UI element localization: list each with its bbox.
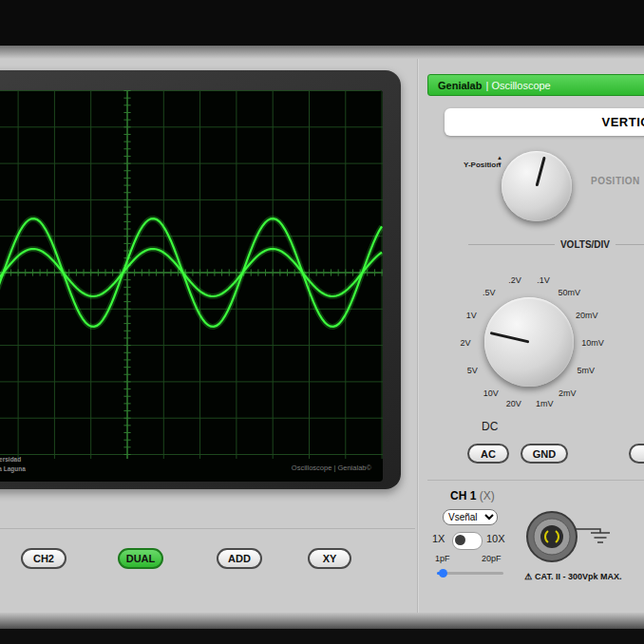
divider-line bbox=[616, 244, 644, 245]
instrument-bottom-edge bbox=[0, 613, 644, 629]
oscilloscope-app: Universidad de La Laguna Oscilloscope | … bbox=[0, 0, 644, 644]
volts-div-scale-50mV: 50mV bbox=[558, 288, 580, 297]
volts-div-label: VOLTS/DIV bbox=[560, 239, 610, 250]
volts-div-scale-20V: 20V bbox=[506, 399, 521, 408]
volts-div-scale-20mV: 20mV bbox=[576, 311, 598, 320]
warning-icon: ⚠ bbox=[524, 572, 532, 581]
mode-section-divider bbox=[0, 528, 415, 529]
bottom-chrome-bar bbox=[0, 629, 644, 644]
volts-div-scale-10V: 10V bbox=[483, 388, 499, 398]
scope-screen: Universidad de La Laguna Oscilloscope | … bbox=[0, 90, 383, 482]
instrument-top-edge bbox=[0, 46, 644, 59]
volts-div-knob[interactable] bbox=[484, 297, 574, 387]
y-position-down-icon[interactable]: ▼ bbox=[497, 161, 502, 168]
watermark-line2: de La Laguna bbox=[0, 464, 26, 474]
channel-section-divider bbox=[427, 480, 644, 481]
coupling-button-gnd[interactable]: GND bbox=[521, 444, 568, 464]
attenuation-1x-label: 1X bbox=[432, 533, 445, 544]
volts-div-scale-5mV: 5mV bbox=[577, 366, 595, 375]
watermark-brand: Oscilloscope | Genialab© bbox=[292, 464, 371, 472]
brand-label: Genialab bbox=[438, 80, 482, 91]
app-title-label: | Oscilloscope bbox=[485, 80, 550, 91]
attenuation-10x-label: 10X bbox=[486, 533, 505, 544]
capacitance-min-label: 1pF bbox=[435, 554, 450, 563]
capacitance-slider-thumb[interactable] bbox=[439, 569, 447, 578]
watermark-university: Universidad de La Laguna bbox=[0, 455, 26, 474]
y-position-up-icon[interactable]: ▲ bbox=[497, 155, 502, 161]
volts-div-scale-10mV: 10mV bbox=[581, 338, 604, 348]
scope-display bbox=[0, 90, 383, 459]
mode-button-dual[interactable]: DUAL bbox=[118, 548, 163, 569]
y-position-label: Y-Position bbox=[464, 161, 501, 169]
coupling-button-dc[interactable]: DC bbox=[629, 444, 644, 464]
channel-axis-tag: (X) bbox=[480, 489, 495, 502]
bnc-connector[interactable] bbox=[522, 508, 627, 567]
panel-title-bar: Genialab | Oscilloscope bbox=[427, 74, 644, 96]
ground-symbol bbox=[576, 529, 610, 542]
vertical-section-title: VERTICAL bbox=[445, 108, 644, 136]
coupling-indicator: DC bbox=[482, 420, 498, 433]
volts-div-knob-pointer bbox=[490, 331, 530, 343]
y-position-spinner: ▲ ▼ bbox=[497, 155, 502, 168]
panel-divider bbox=[417, 59, 419, 613]
y-position-knob-pointer bbox=[536, 157, 546, 187]
mode-button-ch2[interactable]: CH2 bbox=[21, 548, 66, 569]
attenuation-toggle[interactable] bbox=[452, 532, 483, 550]
volts-div-scale-1V: 1V bbox=[466, 311, 477, 320]
volts-div-scale-.5V: .5V bbox=[483, 288, 496, 297]
volts-div-scale-.2V: .2V bbox=[508, 275, 521, 285]
capacitance-slider[interactable] bbox=[437, 568, 503, 578]
warning-line: ⚠ CAT. II - 300Vpk MAX. bbox=[524, 572, 621, 581]
top-chrome-bar bbox=[0, 0, 644, 46]
volts-div-header: VOLTS/DIV bbox=[468, 239, 644, 250]
watermark-line1: Universidad bbox=[0, 455, 26, 464]
mode-button-xy[interactable]: XY bbox=[308, 548, 351, 569]
y-position-knob[interactable] bbox=[502, 151, 572, 221]
coupling-button-ac[interactable]: AC bbox=[467, 444, 509, 464]
divider-line bbox=[468, 244, 555, 245]
capacitance-max-label: 20pF bbox=[482, 554, 502, 563]
position-caption: POSITION bbox=[591, 176, 640, 186]
channel-name: CH 1 bbox=[450, 489, 476, 502]
attenuation-toggle-knob bbox=[455, 535, 465, 545]
volts-div-scale-1mV: 1mV bbox=[536, 399, 554, 408]
scope-bezel: Universidad de La Laguna Oscilloscope | … bbox=[0, 70, 401, 489]
volts-div-scale-2V: 2V bbox=[460, 338, 470, 348]
warning-text: CAT. II - 300Vpk MAX. bbox=[535, 572, 621, 581]
channel-title: CH 1 (X) bbox=[450, 489, 495, 502]
signal-source-select[interactable]: Vseñal bbox=[443, 509, 498, 525]
volts-div-scale-.1V: .1V bbox=[537, 275, 550, 285]
mode-button-add[interactable]: ADD bbox=[217, 548, 262, 569]
volts-div-scale-2mV: 2mV bbox=[559, 388, 577, 398]
volts-div-scale-5V: 5V bbox=[467, 366, 478, 375]
